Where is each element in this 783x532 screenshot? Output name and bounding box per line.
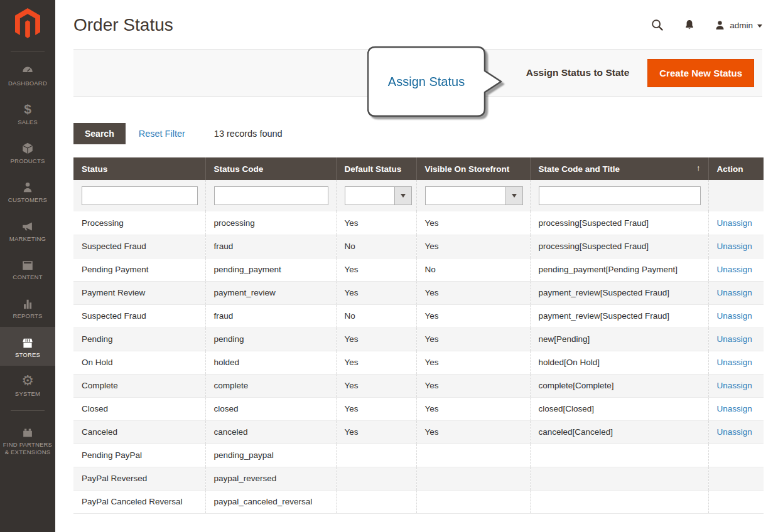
sidebar-item-label: CUSTOMERS bbox=[1, 196, 54, 204]
sidebar-item-dashboard[interactable]: DASHBOARD bbox=[0, 55, 55, 94]
marketing-icon bbox=[1, 218, 54, 233]
visible-on-storefront-filter-select[interactable] bbox=[425, 186, 523, 205]
filter-cell-state-code bbox=[530, 180, 708, 211]
cell-state_code_title bbox=[530, 444, 708, 467]
cell-status: On Hold bbox=[73, 351, 205, 374]
cell-status: Suspected Fraud bbox=[73, 235, 205, 258]
cell-visible: Yes bbox=[416, 351, 530, 374]
column-header-label: State Code and Title bbox=[539, 164, 620, 174]
select-arrow-box bbox=[505, 187, 522, 205]
cell-default_status bbox=[336, 444, 416, 467]
cell-code: closed bbox=[205, 397, 336, 420]
cell-action: Unassign bbox=[708, 258, 764, 281]
create-new-status-button[interactable]: Create New Status bbox=[647, 59, 754, 87]
sidebar-item-find-partners[interactable]: FIND PARTNERS & EXTENSIONS bbox=[0, 417, 55, 463]
sidebar-item-products[interactable]: PRODUCTS bbox=[0, 133, 55, 172]
cell-default_status: Yes bbox=[336, 351, 416, 374]
cell-visible: Yes bbox=[416, 420, 530, 444]
unassign-link[interactable]: Unassign bbox=[717, 218, 752, 228]
sidebar-item-system[interactable]: ⚙SYSTEM bbox=[0, 366, 55, 405]
status-filter-input[interactable] bbox=[82, 186, 198, 205]
unassign-link[interactable]: Unassign bbox=[717, 358, 752, 367]
sidebar-item-reports[interactable]: REPORTS bbox=[0, 288, 55, 327]
table-row: ClosedclosedYesYesclosed[Closed]Unassign bbox=[73, 397, 764, 420]
table-row: CanceledcanceledYesYescanceled[Canceled]… bbox=[73, 420, 764, 444]
table-row: ProcessingprocessingYesYesprocessing[Sus… bbox=[73, 211, 764, 235]
reset-filter-link[interactable]: Reset Filter bbox=[139, 129, 185, 139]
unassign-link[interactable]: Unassign bbox=[717, 242, 752, 251]
cell-code: fraud bbox=[205, 235, 336, 258]
unassign-link[interactable]: Unassign bbox=[717, 427, 752, 437]
cell-code: fraud bbox=[205, 304, 336, 327]
sidebar-item-label: SALES bbox=[1, 119, 54, 126]
unassign-link[interactable]: Unassign bbox=[717, 288, 752, 297]
cell-visible: Yes bbox=[416, 374, 530, 397]
admin-user-label: admin bbox=[730, 21, 753, 30]
grid-toolbar: Search Reset Filter 13 records found bbox=[73, 123, 762, 144]
default-status-filter-select[interactable] bbox=[345, 186, 412, 205]
column-header-status-code[interactable]: Status Code bbox=[205, 157, 336, 180]
unassign-link[interactable]: Unassign bbox=[717, 265, 752, 274]
sidebar-nav: DASHBOARD$SALESPRODUCTSCUSTOMERSMARKETIN… bbox=[0, 55, 55, 463]
sidebar-item-sales[interactable]: $SALES bbox=[0, 94, 55, 133]
column-header-status[interactable]: Status bbox=[73, 157, 205, 180]
sidebar-item-label: PRODUCTS bbox=[1, 157, 54, 165]
cell-action: Unassign bbox=[708, 327, 764, 351]
table-row: Payment Reviewpayment_reviewYesYespaymen… bbox=[73, 281, 764, 304]
sidebar-item-marketing[interactable]: MARKETING bbox=[0, 211, 55, 250]
state-code-filter-input[interactable] bbox=[539, 186, 701, 205]
unassign-link[interactable]: Unassign bbox=[717, 311, 752, 321]
notifications-bell-icon[interactable] bbox=[683, 19, 696, 31]
search-button[interactable]: Search bbox=[73, 123, 126, 144]
reports-icon bbox=[1, 295, 54, 311]
magento-logo[interactable] bbox=[0, 0, 55, 42]
user-icon bbox=[715, 20, 725, 31]
cell-visible: Yes bbox=[416, 397, 530, 420]
admin-user-menu[interactable]: admin bbox=[715, 20, 762, 31]
table-row: PayPal Reversedpaypal_reversed bbox=[73, 467, 764, 490]
sidebar: DASHBOARD$SALESPRODUCTSCUSTOMERSMARKETIN… bbox=[0, 0, 55, 532]
sidebar-item-stores[interactable]: STORES bbox=[0, 327, 55, 366]
column-header-visible-on-storefront[interactable]: Visible On Storefront bbox=[416, 157, 530, 180]
cell-visible: Yes bbox=[416, 304, 530, 327]
dropdown-caret-icon bbox=[512, 194, 517, 198]
cell-state_code_title: canceled[Canceled] bbox=[530, 420, 708, 444]
filter-cell-status-code bbox=[205, 180, 336, 211]
search-icon[interactable] bbox=[651, 18, 664, 32]
cell-default_status bbox=[336, 490, 416, 513]
system-icon: ⚙ bbox=[1, 373, 54, 388]
products-icon bbox=[1, 141, 54, 156]
table-row: CompletecompleteYesYescomplete[Complete]… bbox=[73, 374, 764, 397]
cell-status: PayPal Reversed bbox=[73, 467, 205, 490]
cell-action: Unassign bbox=[708, 397, 764, 420]
cell-state_code_title bbox=[530, 490, 708, 513]
cell-default_status: Yes bbox=[336, 420, 416, 444]
sidebar-item-content[interactable]: CONTENT bbox=[0, 249, 55, 288]
unassign-link[interactable]: Unassign bbox=[717, 381, 752, 390]
cell-status: Complete bbox=[73, 374, 205, 397]
sort-ascending-icon[interactable]: ↑ bbox=[696, 163, 701, 173]
cell-default_status: Yes bbox=[336, 374, 416, 397]
filter-cell-visible bbox=[416, 180, 530, 211]
assign-status-to-state-button[interactable]: Assign Status to State bbox=[526, 67, 630, 78]
sidebar-item-label: MARKETING bbox=[1, 235, 54, 243]
cell-status: Pending PayPal bbox=[73, 444, 205, 467]
assign-status-tooltip: Assign Status bbox=[367, 46, 505, 121]
column-header-state-code-and-title[interactable]: State Code and Title ↑ bbox=[530, 157, 708, 180]
cell-state_code_title: processing[Suspected Fraud] bbox=[530, 235, 708, 258]
column-header-default-status[interactable]: Default Status bbox=[336, 157, 416, 180]
cell-action bbox=[708, 444, 764, 467]
customers-icon bbox=[1, 179, 54, 194]
order-status-table: Status Status Code Default Status Visibl… bbox=[73, 157, 764, 514]
cell-visible: Yes bbox=[416, 235, 530, 258]
select-value bbox=[345, 187, 394, 205]
unassign-link[interactable]: Unassign bbox=[717, 334, 752, 344]
chevron-down-icon bbox=[757, 24, 762, 28]
cell-code: paypal_canceled_reversal bbox=[205, 490, 336, 513]
unassign-link[interactable]: Unassign bbox=[717, 404, 752, 413]
sidebar-divider bbox=[11, 410, 45, 411]
sidebar-item-customers[interactable]: CUSTOMERS bbox=[0, 172, 55, 211]
page-title: Order Status bbox=[73, 15, 173, 35]
status-code-filter-input[interactable] bbox=[214, 186, 328, 205]
table-row: Pending PayPalpending_paypal bbox=[73, 444, 764, 467]
